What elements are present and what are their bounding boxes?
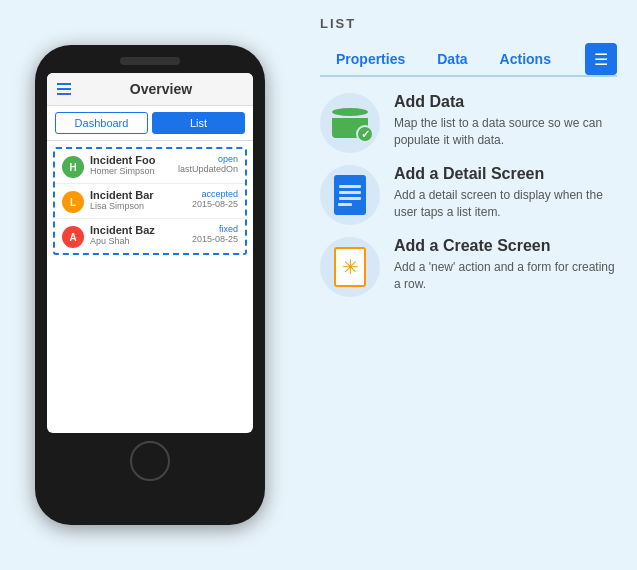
incident-info-baz: Incident Baz Apu Shah (90, 224, 186, 246)
add-create-text: Add a Create Screen Add a 'new' action a… (394, 237, 617, 293)
incident-status-foo: open (178, 154, 238, 164)
add-create-description: Add a 'new' action and a form for creati… (394, 259, 617, 293)
form-icon: ✳ (334, 247, 366, 287)
avatar-foo: H (62, 156, 84, 178)
incident-meta-baz: fixed 2015-08-25 (192, 224, 238, 244)
incident-info-foo: Incident Foo Homer Simpson (90, 154, 172, 176)
avatar-bar: L (62, 191, 84, 213)
tab-actions[interactable]: Actions (484, 43, 567, 75)
action-item-add-data[interactable]: ✓ Add Data Map the list to a data source… (320, 93, 617, 153)
incident-name-bar: Incident Bar (90, 189, 186, 201)
incident-name-baz: Incident Baz (90, 224, 186, 236)
incident-status-baz: fixed (192, 224, 238, 234)
incident-person-bar: Lisa Simpson (90, 201, 186, 211)
tab-properties[interactable]: Properties (320, 43, 421, 75)
panel-title: LIST (320, 16, 617, 31)
phone-home-button[interactable] (130, 441, 170, 481)
panel-icon-button[interactable]: ☰ (585, 43, 617, 75)
add-data-title: Add Data (394, 93, 617, 111)
panel-tabs-row: Properties Data Actions ☰ (320, 43, 617, 77)
screen-title: Overview (79, 81, 243, 97)
incident-person-baz: Apu Shah (90, 236, 186, 246)
incident-meta-foo: open lastUpdatedOn (178, 154, 238, 174)
avatar-baz: A (62, 226, 84, 248)
phone-device: Overview Dashboard List H Incident Foo H… (35, 45, 265, 525)
incident-item-baz[interactable]: A Incident Baz Apu Shah fixed 2015-08-25 (55, 219, 245, 253)
add-data-text: Add Data Map the list to a data source s… (394, 93, 617, 149)
phone-mockup-panel: Overview Dashboard List H Incident Foo H… (0, 0, 300, 570)
add-detail-title: Add a Detail Screen (394, 165, 617, 183)
database-icon: ✓ (332, 108, 368, 138)
incident-status-bar: accepted (192, 189, 238, 199)
add-data-description: Map the list to a data source so we can … (394, 115, 617, 149)
incident-date-foo: lastUpdatedOn (178, 164, 238, 174)
incident-info-bar: Incident Bar Lisa Simpson (90, 189, 186, 211)
add-detail-description: Add a detail screen to display when the … (394, 187, 617, 221)
right-panel: LIST Properties Data Actions ☰ ✓ Add Dat… (300, 0, 637, 570)
add-detail-text: Add a Detail Screen Add a detail screen … (394, 165, 617, 221)
list-icon: ☰ (594, 50, 608, 69)
incident-item-foo[interactable]: H Incident Foo Homer Simpson open lastUp… (55, 149, 245, 184)
document-icon (334, 175, 366, 215)
add-create-icon-wrap: ✳ (320, 237, 380, 297)
screen-header: Overview (47, 73, 253, 106)
incident-meta-bar: accepted 2015-08-25 (192, 189, 238, 209)
hamburger-icon[interactable] (57, 83, 71, 95)
incident-person-foo: Homer Simpson (90, 166, 172, 176)
action-items-list: ✓ Add Data Map the list to a data source… (320, 93, 617, 297)
tab-list[interactable]: List (152, 112, 245, 134)
incident-item-bar[interactable]: L Incident Bar Lisa Simpson accepted 201… (55, 184, 245, 219)
screen-tab-bar: Dashboard List (47, 106, 253, 141)
add-create-title: Add a Create Screen (394, 237, 617, 255)
add-data-icon-wrap: ✓ (320, 93, 380, 153)
action-item-add-detail[interactable]: Add a Detail Screen Add a detail screen … (320, 165, 617, 225)
incident-date-baz: 2015-08-25 (192, 234, 238, 244)
add-detail-icon-wrap (320, 165, 380, 225)
phone-speaker (120, 57, 180, 65)
tab-data[interactable]: Data (421, 43, 483, 75)
tab-dashboard[interactable]: Dashboard (55, 112, 148, 134)
incident-date-bar: 2015-08-25 (192, 199, 238, 209)
action-item-add-create[interactable]: ✳ Add a Create Screen Add a 'new' action… (320, 237, 617, 297)
phone-screen: Overview Dashboard List H Incident Foo H… (47, 73, 253, 433)
incident-list: H Incident Foo Homer Simpson open lastUp… (53, 147, 247, 255)
incident-name-foo: Incident Foo (90, 154, 172, 166)
